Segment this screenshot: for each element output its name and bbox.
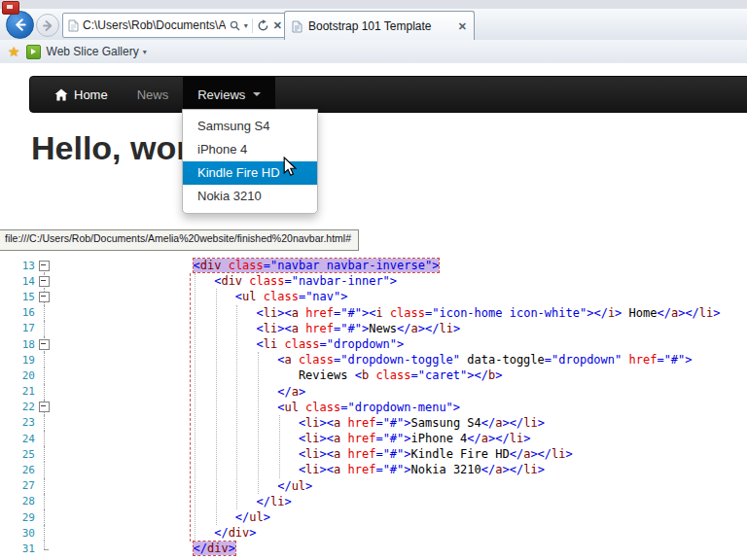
favorites-item-web-slice-gallery[interactable]: Web Slice Gallery ▾: [47, 45, 147, 58]
collapse-box-icon[interactable]: [39, 402, 50, 412]
editor-indicator-margin: [0, 336, 14, 352]
code-text[interactable]: </ul>: [53, 478, 747, 494]
line-number: 31: [14, 542, 35, 555]
code-line: 13 <div class="navbar navbar-inverse">: [0, 258, 747, 273]
code-text[interactable]: </div>: [53, 525, 747, 541]
nav-item-label: Reviews: [197, 88, 245, 102]
code-line: 23 <li><a href="#">Samsung S4</a></li>: [0, 415, 747, 431]
code-text[interactable]: <li><a href="#">iPhone 4</a></li>: [53, 431, 747, 446]
code-text[interactable]: <li><a href="#">Nokia 3210</a></li>: [53, 462, 747, 477]
address-bar[interactable]: C:\Users\Rob\Documents\Ar ▾ ✕: [62, 13, 288, 38]
address-dropdown-icon[interactable]: ▾: [244, 21, 248, 30]
code-text[interactable]: <li><a href="#"><i class="icon-home icon…: [53, 305, 747, 321]
code-line: 31 </div>: [0, 541, 747, 556]
code-text[interactable]: <li><a href="#">News</a></li>: [53, 321, 747, 336]
divider: [252, 18, 253, 33]
status-tooltip: file:///C:/Users/Rob/Documents/Amelia%20…: [0, 229, 359, 251]
site-navbar: HomeNewsReviews: [29, 76, 747, 113]
editor-indicator-margin: [0, 494, 14, 509]
code-text[interactable]: <a class="dropdown-toggle" data-toggle="…: [53, 352, 747, 368]
nav-item-reviews[interactable]: Reviews: [183, 77, 275, 112]
code-line: 28 </li>: [0, 494, 747, 509]
code-line: 30 </div>: [0, 525, 747, 541]
code-line: 21 </a>: [0, 384, 747, 400]
code-line: 18 <li class="dropdown">: [0, 336, 747, 352]
reviews-dropdown-menu: Samsung S4iPhone 4Kindle Fire HDNokia 32…: [182, 109, 318, 214]
refresh-icon[interactable]: [257, 19, 269, 32]
collapse-box-icon[interactable]: [39, 292, 50, 302]
code-text[interactable]: <li class="dropdown">: [53, 336, 747, 352]
tab-close-icon[interactable]: ✕: [458, 20, 467, 33]
editor-indicator-margin: [0, 384, 14, 400]
nav-item-home[interactable]: Home: [40, 77, 123, 112]
code-text[interactable]: </div>: [53, 541, 747, 556]
favorites-star-icon[interactable]: ★: [8, 44, 20, 59]
nav-item-news[interactable]: News: [123, 77, 184, 112]
code-text[interactable]: </ul>: [53, 509, 747, 525]
search-icon[interactable]: [230, 20, 240, 31]
editor-indicator-margin: [0, 273, 14, 289]
browser-tab[interactable]: Bootstrap 101 Template ✕: [284, 11, 475, 41]
line-number: 19: [14, 354, 35, 367]
line-number: 16: [14, 306, 35, 319]
red-app-icon: [2, 1, 19, 15]
caret-down-icon: ▾: [143, 48, 147, 56]
code-text[interactable]: <ul class="dropdown-menu">: [53, 400, 747, 415]
favorites-item-label: Web Slice Gallery: [47, 45, 139, 58]
fold-margin: [35, 321, 53, 336]
code-text[interactable]: Reviews <b class="caret"></b>: [53, 368, 747, 383]
code-editor: 13 <div class="navbar navbar-inverse">14…: [0, 250, 747, 560]
collapse-box-icon[interactable]: [39, 339, 50, 350]
dropdown-item-kindle-fire-hd[interactable]: Kindle Fire HD: [183, 161, 317, 185]
line-number: 14: [14, 275, 35, 288]
back-arrow-icon: [13, 18, 27, 32]
line-number: 15: [14, 291, 35, 303]
code-text[interactable]: <ul class="nav">: [53, 289, 747, 304]
address-input[interactable]: C:\Users\Rob\Documents\Ar: [83, 18, 226, 32]
tag-match-highlight: <div class="navbar navbar-inverse">: [194, 259, 440, 272]
line-number: 24: [14, 433, 35, 445]
forward-arrow-icon: [42, 19, 54, 32]
fold-margin: [35, 431, 53, 446]
code-text[interactable]: </li>: [53, 494, 747, 509]
screenshot-root: C:\Users\Rob\Documents\Ar ▾ ✕ Bootstrap …: [0, 0, 747, 560]
code-line: 19 <a class="dropdown-toggle" data-toggl…: [0, 352, 747, 368]
back-button[interactable]: [6, 11, 34, 39]
code-line: 20 Reviews <b class="caret"></b>: [0, 368, 747, 383]
editor-indicator-margin: [0, 258, 14, 273]
tab-favicon-icon: [292, 20, 302, 33]
collapse-box-icon[interactable]: [39, 276, 50, 287]
editor-indicator-margin: [0, 321, 14, 336]
editor-rows: 13 <div class="navbar navbar-inverse">14…: [0, 258, 747, 557]
editor-indicator-margin: [0, 352, 14, 368]
collapse-box-icon[interactable]: [39, 261, 50, 271]
code-text[interactable]: <li><a href="#">Samsung S4</a></li>: [53, 415, 747, 431]
stop-icon[interactable]: ✕: [273, 19, 282, 32]
code-line: 14 <div class="navbar-inner">: [0, 273, 747, 289]
fold-margin: [35, 541, 53, 556]
code-line: 24 <li><a href="#">iPhone 4</a></li>: [0, 431, 747, 446]
fold-margin: [35, 494, 53, 509]
fold-margin: [35, 446, 53, 462]
dropdown-item-iphone-4[interactable]: iPhone 4: [183, 138, 317, 161]
line-number: 17: [14, 322, 35, 334]
code-text[interactable]: <div class="navbar navbar-inverse">: [53, 258, 747, 273]
nav-item-label: News: [137, 88, 169, 102]
fold-margin: [35, 258, 53, 273]
editor-indicator-margin: [0, 478, 14, 494]
fold-margin: [35, 400, 53, 415]
code-line: 17 <li><a href="#">News</a></li>: [0, 321, 747, 336]
fold-margin: [35, 415, 53, 431]
code-text[interactable]: <li><a href="#">Kindle Fire HD</a></li>: [53, 446, 747, 462]
line-number: 21: [14, 385, 35, 398]
dropdown-item-samsung-s4[interactable]: Samsung S4: [183, 115, 317, 138]
code-text[interactable]: <div class="navbar-inner">: [53, 273, 747, 289]
window-top-strip: [0, 0, 747, 9]
code-text[interactable]: </a>: [53, 384, 747, 400]
dropdown-item-nokia-3210[interactable]: Nokia 3210: [183, 185, 317, 208]
code-line: 27 </ul>: [0, 478, 747, 494]
forward-button[interactable]: [36, 14, 59, 37]
line-number: 13: [14, 260, 35, 272]
editor-indicator-margin: [0, 415, 14, 431]
line-number: 26: [14, 464, 35, 476]
